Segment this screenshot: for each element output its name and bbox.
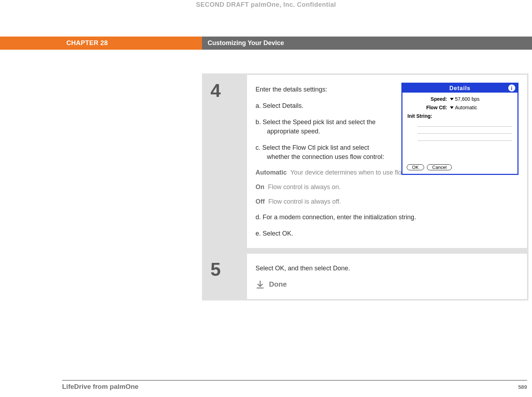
steps-container: 4 Enter the details settings: a. Select … [202,73,528,300]
confidential-header: SECOND DRAFT palmOne, Inc. Confidential [0,1,532,9]
def-off-text: Flow control is always off. [268,198,341,205]
done-row: Done [256,280,519,289]
chapter-header-bar: CHAPTER 28 Customizing Your Device [0,37,532,50]
chapter-label: CHAPTER 28 [66,39,108,47]
step-4: 4 Enter the details settings: a. Select … [203,75,527,248]
def-off: OffFlow control is always off. [256,198,519,205]
init-string-line[interactable] [418,121,512,127]
step4-intro: Enter the details settings: [256,85,387,94]
done-arrow-icon [256,280,265,289]
palm-dialog-title-text: Details [449,85,470,92]
footer-rule [62,380,527,381]
step4-a: a. Select Details. [256,101,387,110]
palm-speed-label: Speed: [407,96,450,102]
def-on: OnFlow control is always on. [256,183,519,191]
footer-page-number: 589 [518,384,527,390]
def-on-label: On [256,183,264,191]
palm-button-row: OK Cancel [407,164,452,170]
init-string-line[interactable] [418,135,512,141]
palm-cancel-button[interactable]: Cancel [427,164,452,170]
palm-flow-label: Flow Ctl: [407,105,450,110]
step4-e: e. Select OK. [256,229,519,238]
palm-init-label: Init String: [407,113,512,119]
footer-product: LifeDrive from palmOne [62,383,138,391]
chevron-down-icon [450,106,454,109]
chapter-title-bar: Customizing Your Device [202,37,532,50]
palm-speed-picklist[interactable]: 57,600 bps [450,96,479,102]
step-number-cell: 5 [203,254,247,299]
def-automatic-label: Automatic [256,169,287,176]
step-number-cell: 4 [203,75,247,248]
palm-flow-value: Automatic [455,105,477,110]
palm-speed-row: Speed: 57,600 bps [407,96,512,102]
palm-flow-picklist[interactable]: Automatic [450,105,477,110]
palm-speed-value: 57,600 bps [455,96,479,102]
step4-d: d. For a modem connection, enter the ini… [256,213,519,222]
step-number: 4 [210,80,247,101]
step4-c: c. Select the Flow Ctl pick list and sel… [256,143,387,161]
def-off-label: Off [256,198,265,205]
info-icon[interactable]: i [508,84,515,92]
step-number: 5 [210,259,247,280]
step-5: 5 Select OK, and then select Done. Done [203,254,527,299]
page-footer: LifeDrive from palmOne 589 [62,383,527,391]
palm-dialog-title: Details i [402,84,517,93]
chapter-title: Customizing Your Device [208,39,284,47]
init-string-line[interactable] [418,128,512,134]
def-on-text: Flow control is always on. [268,183,341,191]
palm-ok-button[interactable]: OK [407,164,424,170]
step5-text: Select OK, and then select Done. [256,264,519,273]
step4-b: b. Select the Speed pick list and select… [256,117,387,136]
palm-dialog-body: Speed: 57,600 bps Flow Ctl: Automatic In… [402,93,517,146]
palm-flow-row: Flow Ctl: Automatic [407,105,512,110]
palm-details-dialog: Details i Speed: 57,600 bps Flow Ctl: Au… [401,83,519,175]
chapter-badge: CHAPTER 28 [0,37,202,50]
done-label: Done [269,280,287,288]
chevron-down-icon [450,98,454,100]
step-body: Select OK, and then select Done. Done [247,254,527,299]
step-body: Enter the details settings: a. Select De… [247,75,527,248]
